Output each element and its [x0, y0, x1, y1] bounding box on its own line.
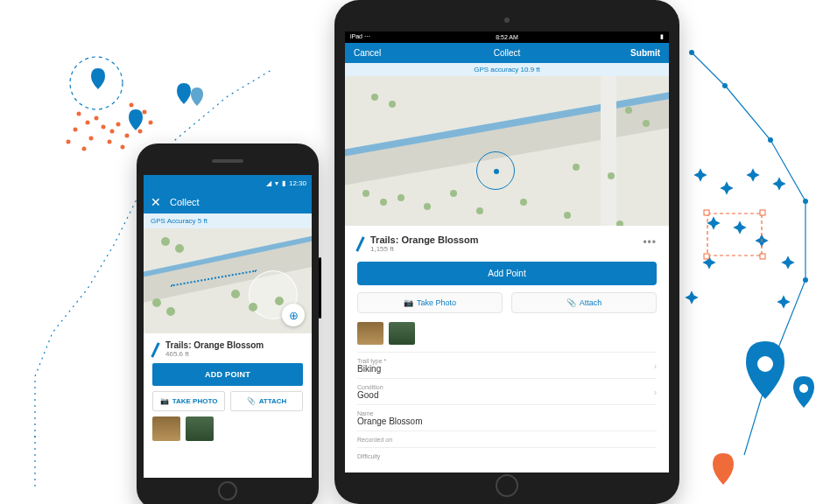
chevron-right-icon: ›	[654, 388, 657, 397]
attachment-thumbnails	[357, 322, 657, 345]
header-title: Collect	[170, 197, 200, 207]
field-label: Recorded on	[357, 437, 657, 443]
svg-point-22	[130, 103, 134, 108]
carrier-label: iPad ⋯	[350, 33, 370, 40]
battery-icon: ▮	[660, 33, 664, 40]
take-photo-label: Take Photo	[417, 298, 456, 307]
field-value: Good	[357, 390, 657, 400]
status-time: 8:52 AM	[496, 34, 518, 40]
field-condition[interactable]: Condition Good ›	[357, 379, 657, 405]
thumbnail[interactable]	[152, 416, 180, 441]
svg-point-12	[116, 122, 121, 127]
tablet-statusbar: iPad ⋯ 8:52 AM ▮	[345, 32, 669, 43]
phone-device: ◢ ▾ ▮ 12:30 ✕ Collect GPS Accuracy 5 ft …	[137, 144, 319, 504]
take-photo-button[interactable]: 📷 Take Photo	[357, 292, 503, 313]
form-fields: Trail type * Biking › Condition Good › N…	[357, 352, 657, 464]
svg-rect-29	[760, 254, 765, 259]
signal-icon: ◢	[266, 179, 271, 187]
feature-subtitle: 465.6 ft	[165, 350, 264, 358]
phone-header: ✕ Collect	[144, 191, 312, 214]
camera-icon: 📷	[404, 298, 413, 307]
attach-button[interactable]: 📎 ATTACH	[230, 391, 303, 411]
field-name[interactable]: Name Orange Blossom	[357, 405, 657, 431]
more-button[interactable]: •••	[643, 236, 657, 248]
phone-home-button	[218, 481, 237, 500]
thumbnail[interactable]	[389, 322, 415, 345]
svg-point-11	[110, 130, 115, 134]
field-value: Biking	[357, 364, 657, 374]
tablet-screen: iPad ⋯ 8:52 AM ▮ Cancel Collect Submit G…	[345, 32, 669, 472]
svg-point-13	[125, 134, 130, 138]
svg-point-1	[722, 83, 728, 88]
svg-point-31	[799, 384, 808, 393]
crosshair-icon: ⊕	[289, 309, 299, 322]
field-value: Orange Blossom	[357, 416, 657, 426]
svg-point-24	[149, 121, 153, 125]
svg-point-15	[121, 145, 125, 150]
tablet-map[interactable]	[345, 76, 669, 226]
feature-subtitle: 1,155 ft	[370, 245, 478, 253]
paperclip-icon: 📎	[247, 397, 256, 405]
phone-map[interactable]: ⊕	[144, 228, 312, 333]
status-time: 12:30	[289, 179, 306, 187]
svg-point-4	[803, 277, 808, 283]
svg-point-2	[768, 137, 773, 143]
phone-power-button	[319, 257, 321, 318]
tablet-header: Cancel Collect Submit	[345, 43, 669, 64]
field-label: Name	[357, 410, 657, 416]
add-point-button[interactable]: Add Point	[357, 262, 657, 285]
feature-title: Trails: Orange Blossom	[165, 340, 264, 350]
svg-point-0	[689, 50, 694, 55]
gps-accuracy-bar: GPS accuracy 10.9 ft	[345, 63, 669, 76]
wifi-icon: ▾	[275, 179, 278, 187]
svg-rect-26	[704, 210, 709, 215]
take-photo-label: TAKE PHOTO	[172, 397, 218, 405]
header-title: Collect	[494, 48, 521, 58]
svg-point-18	[89, 136, 94, 141]
svg-point-3	[803, 199, 808, 204]
field-label: Trail type *	[357, 358, 657, 364]
trail-icon	[355, 236, 364, 252]
attach-button[interactable]: 📎 Attach	[511, 292, 657, 313]
field-trailtype[interactable]: Trail type * Biking ›	[357, 353, 657, 379]
tablet-home-button	[496, 474, 518, 497]
phone-screen: ◢ ▾ ▮ 12:30 ✕ Collect GPS Accuracy 5 ft …	[144, 175, 312, 478]
thumbnail[interactable]	[357, 322, 383, 345]
svg-rect-28	[704, 254, 709, 259]
tablet-camera	[504, 18, 510, 23]
take-photo-button[interactable]: 📷 TAKE PHOTO	[152, 391, 225, 411]
gps-accuracy-bar: GPS Accuracy 5 ft	[144, 214, 312, 228]
svg-point-7	[77, 112, 81, 116]
paperclip-icon: 📎	[566, 298, 576, 307]
svg-point-20	[67, 140, 71, 144]
field-recordedon[interactable]: Recorded on	[357, 431, 657, 448]
phone-statusbar: ◢ ▾ ▮ 12:30	[144, 175, 312, 191]
svg-point-14	[108, 140, 112, 144]
submit-button[interactable]: Submit	[630, 48, 660, 58]
locate-button[interactable]: ⊕	[282, 304, 305, 326]
field-label: Difficulty	[357, 453, 657, 459]
field-label: Condition	[357, 384, 657, 390]
tablet-form-panel: Trails: Orange Blossom 1,155 ft ••• Add …	[345, 226, 669, 472]
svg-point-23	[143, 110, 147, 115]
svg-rect-25	[707, 214, 762, 256]
add-point-button[interactable]: ADD POINT	[152, 363, 303, 386]
feature-title: Trails: Orange Blossom	[370, 234, 478, 245]
thumbnail[interactable]	[186, 416, 214, 441]
svg-point-9	[95, 116, 99, 121]
svg-point-19	[74, 128, 78, 132]
attachment-thumbnails	[152, 416, 303, 441]
svg-point-30	[757, 356, 773, 372]
svg-point-17	[138, 130, 143, 134]
battery-icon: ▮	[282, 179, 285, 187]
chevron-right-icon: ›	[654, 361, 657, 371]
attach-label: Attach	[580, 298, 602, 307]
field-difficulty[interactable]: Difficulty	[357, 448, 657, 464]
phone-form-panel: Trails: Orange Blossom 465.6 ft ADD POIN…	[144, 333, 312, 448]
attach-label: ATTACH	[259, 397, 287, 405]
camera-icon: 📷	[160, 397, 169, 405]
svg-rect-27	[760, 210, 765, 215]
close-button[interactable]: ✕	[151, 195, 161, 209]
cancel-button[interactable]: Cancel	[354, 48, 381, 58]
svg-point-21	[82, 147, 87, 151]
